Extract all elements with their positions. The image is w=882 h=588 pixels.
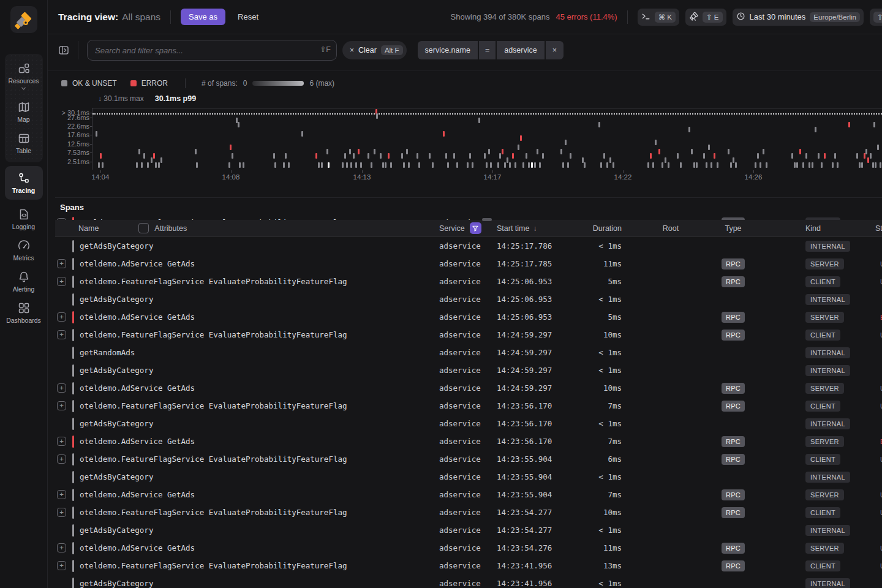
span-point[interactable] (520, 135, 522, 141)
table-row[interactable]: +oteldemo.AdService GetAdsadservice14:23… (55, 486, 882, 503)
span-point[interactable] (102, 162, 104, 168)
span-point[interactable] (388, 153, 390, 159)
span-point[interactable] (567, 162, 569, 168)
service-filter-icon[interactable] (470, 222, 481, 234)
clipped-edge-button[interactable]: ⇧ (870, 9, 882, 26)
span-point[interactable] (321, 162, 323, 168)
filter-chip-value[interactable]: adservice (497, 41, 545, 59)
table-row[interactable]: getAdsByCategoryadservice14:23:41.956< 1… (55, 575, 882, 588)
explore-button[interactable]: ⇧ E (685, 9, 726, 26)
span-point[interactable] (360, 162, 362, 168)
span-point[interactable] (301, 131, 303, 137)
span-point[interactable] (837, 162, 839, 168)
span-point[interactable] (499, 153, 501, 159)
span-point[interactable] (318, 162, 320, 168)
span-point[interactable] (160, 157, 162, 163)
span-point[interactable] (799, 149, 801, 154)
span-point[interactable] (680, 162, 682, 168)
span-point[interactable] (880, 162, 881, 168)
span-point[interactable] (478, 118, 480, 123)
span-point[interactable] (526, 153, 527, 159)
span-point[interactable] (522, 162, 524, 168)
span-point[interactable] (760, 162, 761, 168)
table-row[interactable]: +oteldemo.AdService GetAdsadservice14:24… (55, 379, 882, 397)
expand-row-button[interactable]: + (57, 383, 66, 393)
filter-chip-operator[interactable]: = (479, 41, 496, 59)
span-point[interactable] (403, 162, 405, 168)
span-point[interactable] (528, 162, 530, 168)
table-row[interactable]: +oteldemo.FeatureFlagService EvaluatePro… (55, 557, 882, 575)
span-point[interactable] (812, 162, 813, 168)
span-point[interactable] (486, 162, 488, 168)
span-point[interactable] (98, 162, 100, 168)
span-point[interactable] (390, 162, 392, 168)
span-point[interactable] (443, 131, 445, 137)
span-point[interactable] (859, 162, 861, 168)
span-point[interactable] (355, 162, 357, 168)
name-column-header[interactable]: Name Attributes (72, 223, 429, 233)
span-point[interactable] (514, 162, 516, 168)
sidebar-item-table[interactable]: Table (5, 127, 43, 159)
span-point[interactable] (371, 162, 372, 168)
table-row[interactable]: getAdsByCategoryadservice14:23:54.277< 1… (55, 521, 882, 539)
span-point[interactable] (328, 162, 330, 168)
span-point[interactable] (691, 149, 693, 154)
span-point[interactable] (834, 153, 836, 159)
table-row[interactable]: getAdsByCategoryadservice14:24:59.297< 1… (55, 361, 882, 379)
save-as-button[interactable]: Save as (181, 9, 225, 25)
collapse-panel-icon[interactable] (56, 42, 72, 58)
span-point[interactable] (380, 153, 382, 159)
span-point[interactable] (238, 122, 239, 127)
span-point[interactable] (385, 162, 386, 168)
span-point[interactable] (867, 157, 869, 163)
sidebar-item-logging[interactable]: Logging (5, 203, 43, 235)
span-point[interactable] (818, 153, 820, 159)
span-point[interactable] (872, 162, 874, 168)
expand-row-button[interactable]: + (57, 454, 66, 464)
span-point[interactable] (432, 162, 434, 168)
span-point[interactable] (136, 162, 138, 168)
span-point[interactable] (655, 140, 657, 145)
expand-row-button[interactable]: + (57, 401, 66, 410)
table-row[interactable]: +oteldemo.FeatureFlagService EvaluatePro… (55, 273, 882, 290)
expand-row-button[interactable]: + (57, 437, 66, 446)
span-point[interactable] (418, 162, 420, 168)
attributes-checkbox[interactable] (138, 223, 149, 233)
sidebar-item-resources[interactable]: Resources (5, 58, 43, 96)
span-point[interactable] (735, 162, 737, 168)
span-point[interactable] (612, 162, 614, 168)
expand-row-button[interactable]: + (57, 330, 66, 339)
time-range-button[interactable]: Last 30 minutes Europe/Berlin (733, 9, 864, 26)
span-point[interactable] (714, 153, 715, 159)
span-point[interactable] (507, 157, 508, 163)
span-point[interactable] (696, 162, 698, 168)
span-point[interactable] (534, 162, 536, 168)
span-point[interactable] (791, 153, 793, 159)
table-scroll-handle[interactable] (482, 218, 492, 221)
table-row[interactable]: +oteldemo.FeatureFlagService EvaluatePro… (55, 214, 882, 220)
span-point[interactable] (158, 162, 160, 168)
span-point[interactable] (805, 153, 807, 159)
span-point[interactable] (288, 162, 290, 168)
span-point[interactable] (537, 149, 538, 154)
span-point[interactable] (353, 153, 355, 159)
sidebar-item-tracing[interactable]: Tracing (5, 167, 43, 198)
span-point[interactable] (196, 162, 198, 168)
span-point[interactable] (677, 153, 679, 159)
span-point[interactable] (600, 162, 602, 168)
span-point[interactable] (243, 162, 244, 168)
span-point[interactable] (864, 153, 865, 159)
span-point[interactable] (763, 149, 764, 154)
type-column-header[interactable]: Type (701, 224, 765, 233)
search-input[interactable] (87, 40, 337, 61)
span-point[interactable] (703, 153, 705, 159)
span-point[interactable] (693, 162, 695, 168)
span-point[interactable] (766, 162, 767, 168)
span-point[interactable] (228, 162, 230, 168)
span-point[interactable] (570, 153, 571, 159)
span-point[interactable] (658, 149, 660, 154)
span-point[interactable] (453, 153, 455, 159)
expand-row-button[interactable]: + (57, 277, 66, 286)
span-point[interactable] (232, 153, 233, 159)
span-point[interactable] (848, 122, 850, 127)
